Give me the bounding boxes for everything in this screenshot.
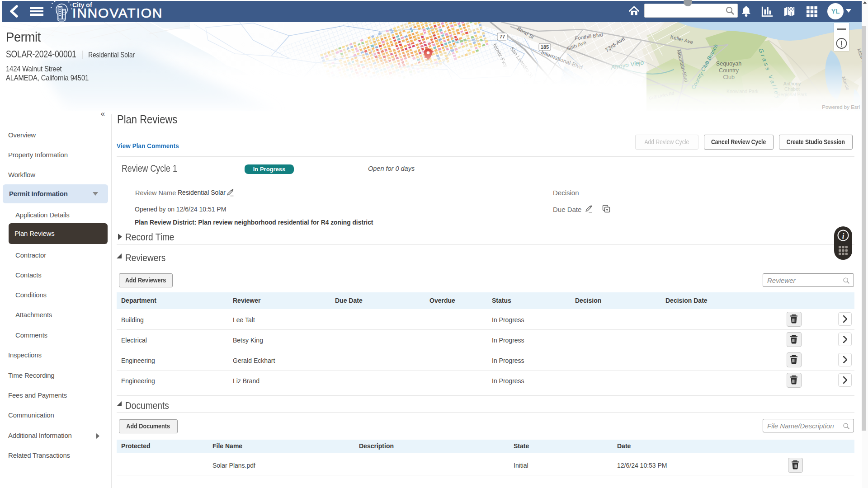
svg-text:Powered by Esri: Powered by Esri: [822, 104, 860, 110]
svg-text:i: i: [842, 232, 844, 240]
